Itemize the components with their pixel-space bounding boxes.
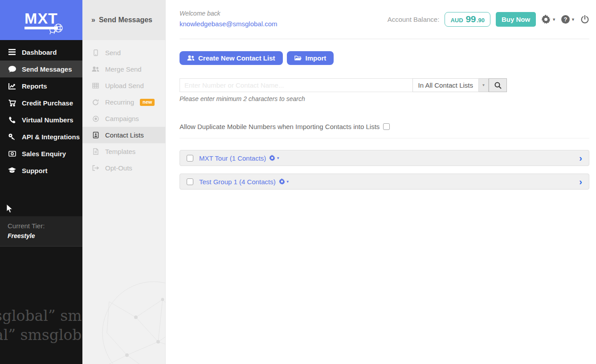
row-checkbox[interactable] xyxy=(187,155,193,162)
users-icon xyxy=(187,55,195,61)
expand-chevron[interactable]: › xyxy=(579,154,582,162)
gear-icon xyxy=(541,15,551,24)
main-sidebar: MXT Dashboard Send Messages xyxy=(0,0,82,364)
sub-item-recurring[interactable]: Recurring new xyxy=(82,94,165,110)
double-chevron-icon: » xyxy=(91,16,95,24)
sub-item-send[interactable]: Send xyxy=(82,44,165,61)
sign-out-icon xyxy=(92,165,99,171)
contact-list-filter-select[interactable]: In All Contact Lists xyxy=(412,78,479,92)
sub-item-label: Send xyxy=(105,49,121,57)
sub-sidebar-nav: Send Merge Send Upload Send Recurring ne… xyxy=(82,40,165,176)
contact-lists: MXT Tour (1 Contacts) ▼ › Test Group 1 (… xyxy=(180,150,589,190)
settings-menu[interactable]: ▼ xyxy=(541,15,556,24)
sidebar-item-label: Dashboard xyxy=(22,49,57,56)
gear-icon xyxy=(269,155,275,161)
sub-item-campaigns[interactable]: Campaigns xyxy=(82,110,165,127)
sidebar-item-reports[interactable]: Reports xyxy=(0,77,82,94)
help-menu[interactable]: ? ▼ xyxy=(561,15,575,24)
graduation-cap-icon xyxy=(8,167,16,174)
create-contact-list-button[interactable]: Create New Contact List xyxy=(180,51,283,65)
expand-chevron[interactable]: › xyxy=(579,177,582,186)
refresh-icon xyxy=(92,99,99,105)
comment-icon xyxy=(8,66,16,73)
row-checkbox[interactable] xyxy=(187,178,193,185)
row-actions-menu[interactable]: ▼ xyxy=(279,178,290,185)
section-divider xyxy=(180,138,589,138)
main-content: Welcome back knowledgebase@smsglobal.com… xyxy=(166,0,596,364)
allow-duplicates-checkbox[interactable] xyxy=(383,123,390,130)
chevron-down-icon: ▼ xyxy=(276,156,280,160)
sub-item-contact-lists[interactable]: Contact Lists xyxy=(82,127,165,143)
tier-label: Current Tier: xyxy=(8,222,82,230)
sidebar-item-support[interactable]: Support xyxy=(0,162,82,179)
power-icon xyxy=(580,15,589,24)
sub-item-merge-send[interactable]: Merge Send xyxy=(82,61,165,77)
buy-now-button[interactable]: Buy Now xyxy=(496,12,536,27)
sidebar-item-send-messages[interactable]: Send Messages xyxy=(0,61,82,77)
import-button[interactable]: Import xyxy=(287,51,334,65)
contact-search-bar: In All Contact Lists ▼ xyxy=(180,78,507,92)
mouse-cursor-icon xyxy=(6,204,14,214)
chevron-down-icon: ▼ xyxy=(571,17,575,22)
sub-item-label: Contact Lists xyxy=(105,131,144,139)
sub-item-label: Campaigns xyxy=(105,115,139,122)
contact-list-link[interactable]: Test Group 1 (4 Contacts) xyxy=(199,178,276,186)
sub-sidebar-title: » Send Messages xyxy=(82,0,165,40)
topbar: Welcome back knowledgebase@smsglobal.com… xyxy=(180,0,589,39)
sub-item-upload-send[interactable]: Upload Send xyxy=(82,77,165,94)
app: MXT Dashboard Send Messages xyxy=(0,0,596,364)
sub-sidebar: » Send Messages Send Merge Send Upload S… xyxy=(82,0,166,364)
sidebar-item-dashboard[interactable]: Dashboard xyxy=(0,44,82,61)
contact-list-row: Test Group 1 (4 Contacts) ▼ › xyxy=(180,174,589,190)
sub-item-templates[interactable]: Templates xyxy=(82,143,165,160)
sidebar-item-label: Virtual Numbers xyxy=(22,116,73,124)
filter-caret-button[interactable]: ▼ xyxy=(479,78,489,92)
sidebar-item-label: Credit Purchase xyxy=(22,99,73,107)
tier-value: Freestyle xyxy=(8,232,82,239)
sidebar-item-api-integrations[interactable]: API & Integrations xyxy=(0,128,82,145)
file-icon xyxy=(92,148,99,155)
chevron-down-icon: ▼ xyxy=(286,180,290,184)
globe-wireframe-decoration xyxy=(96,275,166,364)
search-hint: Please enter minimum 2 characters to sea… xyxy=(180,95,589,102)
sidebar-item-virtual-numbers[interactable]: Virtual Numbers xyxy=(0,111,82,128)
sub-item-opt-outs[interactable]: Opt-Outs xyxy=(82,160,165,176)
chart-line-icon xyxy=(8,83,16,89)
row-actions-menu[interactable]: ▼ xyxy=(269,155,280,161)
chevron-down-icon: ▼ xyxy=(482,83,486,87)
table-icon xyxy=(92,83,99,89)
phone-icon xyxy=(8,117,16,123)
sidebar-nav: Dashboard Send Messages Reports Credit P… xyxy=(0,40,82,179)
balance-amount: AUD 99 .90 xyxy=(445,12,490,27)
address-book-icon xyxy=(92,132,99,138)
new-badge: new xyxy=(140,99,155,106)
sub-item-label: Templates xyxy=(105,148,135,155)
allow-duplicates-label: Allow Duplicate Mobile Numbers when Impo… xyxy=(180,123,380,130)
smsglobal-watermark: sglobal” smsglob al” smsglobal” sm xyxy=(0,306,82,344)
account-email-link[interactable]: knowledgebase@smsglobal.com xyxy=(180,20,278,28)
chevron-down-icon: ▼ xyxy=(552,17,556,22)
sidebar-item-label: Support xyxy=(22,167,48,174)
action-buttons: Create New Contact List Import xyxy=(180,51,589,65)
search-button[interactable] xyxy=(489,78,507,92)
current-tier-panel: Current Tier: Freestyle xyxy=(0,216,82,247)
balance-label: Account Balance: xyxy=(388,16,440,23)
logout-button[interactable] xyxy=(580,15,589,24)
gear-icon xyxy=(279,178,285,185)
folder-open-icon xyxy=(294,55,302,61)
key-icon xyxy=(8,133,16,140)
allow-duplicates-row: Allow Duplicate Mobile Numbers when Impo… xyxy=(180,123,589,130)
sidebar-item-credit-purchase[interactable]: Credit Purchase xyxy=(0,94,82,111)
search-icon xyxy=(494,82,502,89)
search-input[interactable] xyxy=(180,78,412,92)
bullseye-icon xyxy=(92,116,99,122)
sub-item-label: Upload Send xyxy=(105,82,144,89)
mxt-logo[interactable]: MXT xyxy=(0,0,82,40)
contact-list-row: MXT Tour (1 Contacts) ▼ › xyxy=(180,150,589,166)
users-icon xyxy=(92,66,99,72)
help-icon: ? xyxy=(561,15,570,24)
contact-list-link[interactable]: MXT Tour (1 Contacts) xyxy=(199,154,266,162)
sub-item-label: Merge Send xyxy=(105,65,142,73)
welcome-text: Welcome back xyxy=(180,10,278,17)
sidebar-item-sales-enquiry[interactable]: Sales Enquiry xyxy=(0,145,82,162)
